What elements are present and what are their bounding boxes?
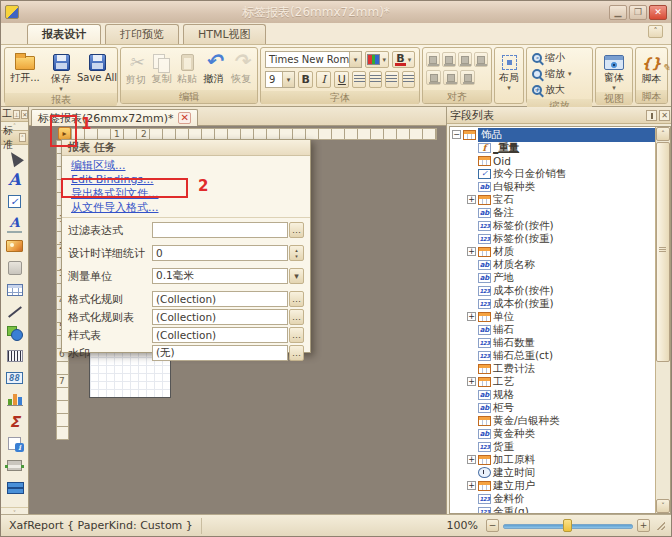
ribbon-tab-2[interactable]: 打印预览 [105,24,179,44]
popup-field-editor[interactable]: (无) [152,345,288,361]
line-tool[interactable] [4,303,26,320]
picture-tool[interactable] [4,237,26,254]
align-bottoms-button[interactable] [443,70,458,85]
close-icon[interactable]: ✕ [659,110,670,121]
field-list-item[interactable]: 123辅石总重(ct) [450,349,655,362]
zoom-minus-button[interactable]: − [486,519,499,532]
ellipsis-button[interactable]: … [289,222,304,238]
chevron-down-icon[interactable]: ▾ [289,268,304,284]
field-list-item[interactable]: +建立用户 [450,479,655,492]
expander-icon[interactable]: + [467,312,476,321]
collapse-icon[interactable]: − [452,130,461,139]
popup-field-editor[interactable]: 0.1毫米 [152,268,288,284]
field-list-item[interactable]: 建立时间 [450,466,655,479]
redo-button[interactable]: ↷ 恢复 [227,50,255,86]
field-list-item[interactable]: ✓按今日金价销售 [450,167,655,180]
field-list-item[interactable]: ab产地 [450,271,655,284]
popup-field-editor[interactable] [152,222,288,238]
field-list-item[interactable]: +工艺 [450,375,655,388]
popup-link-1[interactable]: 编辑区域... [62,159,310,173]
field-list-item[interactable]: ab黄金种类 [450,427,655,440]
field-list-item[interactable]: 123成本价(按件) [450,284,655,297]
summary-tool[interactable]: Σ [4,413,26,430]
highlight-color-button[interactable]: ▾ [365,51,389,68]
expander-icon[interactable]: + [467,481,476,490]
field-list-item[interactable]: f_重量 [450,141,655,154]
align-center-button[interactable] [369,71,382,88]
barcode-tool[interactable] [4,347,26,364]
field-list-item[interactable]: 123标签价(按重) [450,232,655,245]
align-justify-button[interactable] [402,71,415,88]
field-list-item[interactable]: ab辅石 [450,323,655,336]
close-button[interactable]: ✕ [649,5,667,20]
ellipsis-button[interactable]: … [289,309,304,325]
zoom-plus-button[interactable]: + [637,519,650,532]
field-list-item[interactable]: ab柜号 [450,401,655,414]
pin-icon[interactable] [646,110,657,121]
script-button[interactable]: {} 脚本 [638,50,665,86]
subreport-tool[interactable] [4,479,26,496]
ribbon-tab-3[interactable]: HTML视图 [183,24,266,44]
field-list-item[interactable]: 123标签价(按件) [450,219,655,232]
popup-link-4[interactable]: 从文件导入格式... [62,201,310,215]
ellipsis-button[interactable]: … [289,291,304,307]
pagebreak-tool[interactable] [4,457,26,474]
panel-tool[interactable] [4,259,26,276]
align-rights-button[interactable] [458,52,472,67]
cut-button[interactable]: ✂ 剪切 [123,50,149,87]
chevron-down-icon[interactable]: ▾ [349,52,361,67]
pointer-tool[interactable] [4,149,26,166]
table-tool[interactable] [4,281,26,298]
field-list-item[interactable]: ab规格 [450,388,655,401]
expander-icon[interactable]: + [467,195,476,204]
digital-tool[interactable]: 88 [4,369,26,386]
ribbon-collapse-button[interactable]: ˄ [648,25,663,38]
align-grid-button[interactable] [460,70,475,85]
popup-field-editor[interactable]: (Collection) [152,291,288,307]
align-tops-button[interactable] [474,52,488,67]
field-list-item[interactable]: 黄金/白银种类 [450,414,655,427]
popup-field-editor[interactable]: (Collection) [152,309,288,325]
popup-field-editor[interactable]: (Collection) [152,327,288,343]
pageinfo-tool[interactable] [4,435,26,452]
field-list-item[interactable]: +宝石 [450,193,655,206]
scroll-down-icon[interactable]: ˅ [656,499,670,513]
scrollbar-thumb[interactable] [656,142,670,362]
popup-field-editor[interactable]: 0 [152,245,288,261]
field-list-item[interactable]: +加工原料 [450,453,655,466]
field-list-item[interactable]: 工费计法 [450,362,655,375]
field-list-root[interactable]: −饰品 [450,128,655,141]
layout-button[interactable]: 布局 ▾ [497,50,521,90]
undo-button[interactable]: ↶ 撤消 [200,50,228,86]
field-list-item[interactable]: ab材质名称 [450,258,655,271]
chevron-down-icon[interactable]: ▾ [282,72,294,87]
ribbon-tab-1[interactable]: 报表设计 [27,24,101,44]
font-name-combo[interactable]: Times New Roman ▾ [265,51,362,68]
expander-icon[interactable]: + [467,455,476,464]
field-list-item[interactable]: +单位 [450,310,655,323]
checkbox-tool[interactable]: ✓ [4,193,26,210]
field-list-item[interactable]: 123辅石数量 [450,336,655,349]
chart-tool[interactable] [4,391,26,408]
field-list-item[interactable]: ab白银种类 [450,180,655,193]
zoom-button[interactable]: 缩放 ▾ [530,66,589,81]
spin-down-icon[interactable]: ▾ [295,254,298,259]
document-tab-close-icon[interactable]: ✕ [178,112,190,124]
richtext-tool[interactable]: A [4,215,26,232]
ellipsis-button[interactable]: … [289,345,304,361]
align-centers-button[interactable] [442,52,456,67]
zoom-slider[interactable] [503,519,633,532]
align-right-button[interactable] [385,71,398,88]
open-button[interactable]: 打开... [7,50,43,85]
field-list-item[interactable]: 123货重 [450,440,655,453]
save-button[interactable]: 保存 ▾ [43,50,79,91]
field-list-scrollbar[interactable]: ˄ ˅ [655,127,670,513]
expander-icon[interactable]: + [467,247,476,256]
shape-tool[interactable] [4,325,26,342]
font-color-button[interactable]: B ▾ [392,51,416,68]
zoom-out-button[interactable]: - 缩小 [530,50,589,65]
expander-icon[interactable]: + [467,377,476,386]
form-view-button[interactable]: 窗体 ▾ [598,50,630,90]
toolbox-category-standard[interactable]: 标准 ˄ [1,130,28,145]
field-list-item[interactable]: ab备注 [450,206,655,219]
